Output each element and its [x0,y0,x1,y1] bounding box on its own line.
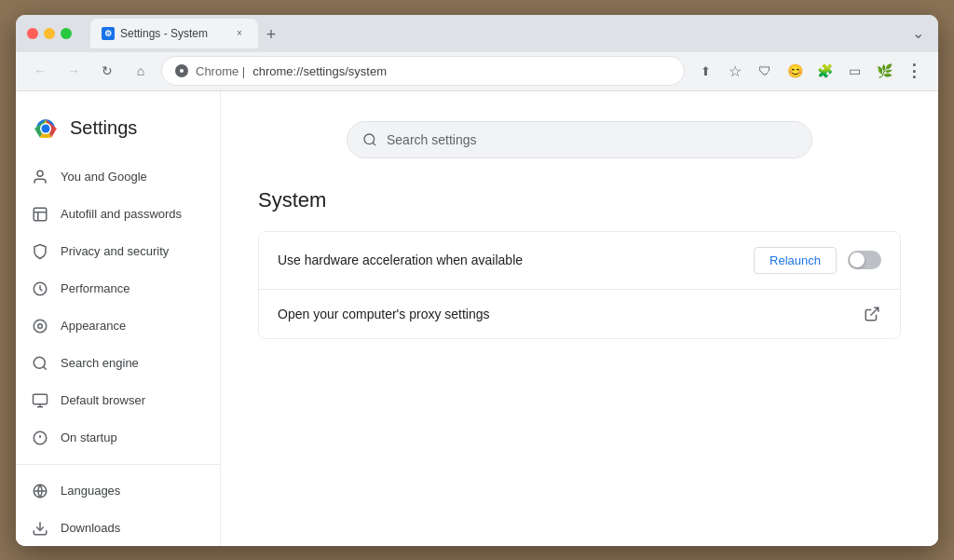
extensions-icon[interactable]: 🧩 [811,58,838,84]
traffic-lights [27,28,72,39]
shield-icon [31,242,49,261]
languages-icon [31,482,49,500]
svg-point-14 [34,357,45,368]
svg-point-13 [34,320,47,333]
browser-icon [31,391,49,410]
svg-line-30 [373,143,375,145]
svg-rect-16 [34,394,48,404]
downloads-icon [31,519,49,538]
address-text: chrome://settings/system [252,64,387,78]
maximize-button[interactable] [61,28,72,39]
sidebar-item-autofill[interactable]: Autofill and passwords [16,196,212,233]
hardware-acceleration-toggle[interactable] [848,251,881,269]
sidebar-item-you-and-google[interactable]: You and Google [16,158,212,196]
main-content: Search settings System Use hardware acce… [221,91,938,546]
sidebar-item-languages[interactable]: Languages [16,472,212,510]
hardware-acceleration-row: Use hardware acceleration when available… [259,232,900,289]
sidebar-item-appearance[interactable]: Appearance [16,307,212,345]
nav-bar: ← → ↻ ⌂ Chrome | chrome://settings/syste… [16,52,938,91]
sidebar-item-on-startup[interactable]: On startup [16,419,212,457]
settings-card: Use hardware acceleration when available… [258,231,901,339]
address-favicon [175,64,188,77]
hardware-acceleration-label: Use hardware acceleration when available [278,253,754,267]
proxy-settings-label: Open your computer's proxy settings [278,307,863,321]
address-prefix: Chrome | [196,64,245,78]
tab-bar: ⚙ Settings - System × + [90,19,901,48]
svg-rect-8 [34,208,47,221]
sidebar-item-label: Languages [61,484,198,498]
bookmark-icon[interactable]: ☆ [722,58,748,84]
appearance-icon [31,317,49,335]
svg-point-12 [38,323,43,328]
svg-point-6 [42,124,50,132]
share-icon[interactable]: ⬆ [692,58,718,84]
svg-line-31 [871,307,879,315]
sidebar-item-label: On startup [61,430,198,444]
reload-button[interactable]: ↻ [94,58,120,84]
close-button[interactable] [27,28,38,39]
toggle-knob [850,253,865,267]
chrome-logo-icon [31,114,61,143]
tab-title: Settings - System [120,27,208,40]
sidebar-item-label: Downloads [61,521,198,535]
svg-point-29 [364,134,375,144]
sidebar-title: Settings [70,117,137,139]
more-menu-button[interactable]: ⋮ [901,58,927,84]
tab-favicon: ⚙ [102,27,115,40]
profile-avatar[interactable]: 🌿 [871,58,897,84]
hardware-acceleration-actions: Relaunch [754,247,881,274]
performance-icon [31,280,49,298]
sidebar-header: Settings [16,106,220,158]
active-tab[interactable]: ⚙ Settings - System × [90,19,258,48]
section-title: System [258,188,901,212]
search-bar-container: Search settings [258,121,901,158]
svg-line-15 [43,366,46,369]
shield-icon[interactable]: 🛡 [752,58,778,84]
profile-icon[interactable]: 😊 [782,58,808,84]
new-tab-button[interactable]: + [258,22,284,48]
page-content: Settings You and Google [16,91,938,546]
back-button[interactable]: ← [27,58,53,84]
search-icon [362,132,377,147]
forward-button[interactable]: → [61,58,87,84]
sidebar-item-label: Default browser [61,393,198,407]
search-icon [31,354,49,373]
sidebar-item-label: You and Google [61,170,198,184]
sidebar-item-default-browser[interactable]: Default browser [16,382,212,419]
proxy-settings-row[interactable]: Open your computer's proxy settings [259,289,900,338]
sidebar-item-search-engine[interactable]: Search engine [16,345,212,382]
sidebar-divider [16,464,220,465]
home-button[interactable]: ⌂ [128,58,154,84]
sidebar-item-label: Privacy and security [61,244,198,258]
person-icon [31,168,49,186]
sidebar-item-privacy[interactable]: Privacy and security [16,233,212,270]
minimize-button[interactable] [44,28,55,39]
window-controls[interactable]: ⌄ [908,24,927,42]
sidebar-item-downloads[interactable]: Downloads [16,510,212,546]
autofill-icon [31,205,49,224]
sidebar-item-label: Performance [61,281,198,295]
sidebar-item-label: Search engine [61,356,198,370]
toolbar-actions: ⬆ ☆ 🛡 😊 🧩 ▭ 🌿 ⋮ [692,58,927,84]
sidebar-item-performance[interactable]: Performance [16,270,212,307]
sidebar-icon[interactable]: ▭ [841,58,867,84]
tab-close-button[interactable]: × [232,26,247,41]
sidebar-item-label: Autofill and passwords [61,207,198,221]
title-bar: ⚙ Settings - System × + ⌄ [16,15,938,52]
external-link-icon [863,305,881,323]
svg-point-7 [37,171,43,176]
address-bar[interactable]: Chrome | chrome://settings/system [161,56,685,86]
svg-point-1 [180,69,184,73]
sidebar: Settings You and Google [16,91,221,546]
relaunch-button[interactable]: Relaunch [754,247,837,274]
search-bar[interactable]: Search settings [347,121,812,158]
search-placeholder: Search settings [387,132,477,147]
startup-icon [31,429,49,447]
sidebar-item-label: Appearance [61,319,198,333]
browser-window: ⚙ Settings - System × + ⌄ ← → ↻ ⌂ Chrome… [16,15,938,546]
